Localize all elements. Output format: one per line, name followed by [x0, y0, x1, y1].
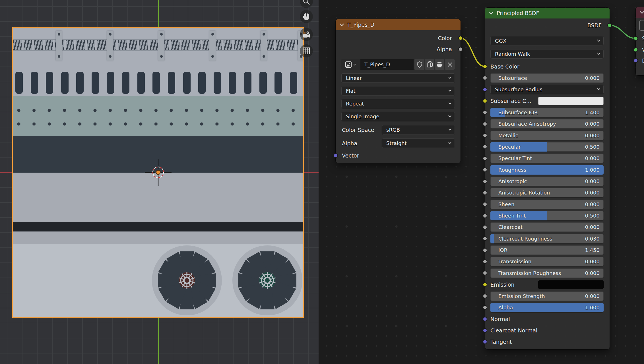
distribution-dropdown[interactable]: GGX: [490, 36, 604, 46]
socket-ior-input[interactable]: [483, 248, 487, 253]
alpha-mode-dropdown[interactable]: Straight: [382, 138, 455, 148]
socket-normal-input[interactable]: [483, 317, 487, 321]
ior-slider[interactable]: IOR1.450: [490, 245, 604, 255]
subsurface-radius-dropdown[interactable]: Subsurface Radius: [490, 85, 604, 94]
texture-green-band: [13, 96, 303, 136]
socket-sheen-tint-input[interactable]: [483, 214, 487, 218]
extension-dropdown[interactable]: Repeat: [341, 99, 455, 108]
socket-emission-strength-input[interactable]: [483, 294, 487, 298]
subsurface-ior-slider[interactable]: Subsurface IOR1.400: [490, 108, 604, 117]
socket-subsurface-radius-input[interactable]: [483, 87, 487, 92]
socket-anisotropic-input[interactable]: [483, 179, 487, 184]
socket-vector-input[interactable]: [333, 153, 338, 158]
anisotropic-slider[interactable]: Anisotropic0.000: [490, 177, 604, 186]
socket-alpha-input[interactable]: [483, 305, 487, 310]
gizmo-camera-button[interactable]: [300, 28, 313, 41]
socket-anisotropic-rotation-input[interactable]: [483, 191, 487, 195]
sheen-slider[interactable]: Sheen0.000: [490, 200, 604, 209]
image-name-field[interactable]: T_Pipes_D: [360, 59, 414, 70]
specular-slider[interactable]: Specular0.500: [490, 142, 604, 152]
alpha-slider[interactable]: Alpha1.000: [490, 303, 604, 312]
chevron-down-icon: [448, 142, 452, 144]
chevron-down-icon[interactable]: [340, 23, 344, 26]
interpolation-dropdown[interactable]: Linear: [341, 73, 455, 83]
socket-emission-input[interactable]: [483, 282, 487, 287]
bsdf-node-header[interactable]: Principled BSDF: [485, 8, 610, 18]
slider-value: 0.000: [585, 222, 600, 232]
slider-value: 0.000: [585, 177, 600, 186]
gizmo-zoom-button[interactable]: [300, 0, 313, 8]
socket-clearcoat-input[interactable]: [483, 225, 487, 229]
principled-bsdf-node[interactable]: Principled BSDF BSDF GGX Random Walk Bas…: [485, 8, 610, 349]
socket-transmission-roughness-input[interactable]: [483, 271, 487, 275]
pack-image-button[interactable]: [435, 59, 444, 70]
color-space-dropdown[interactable]: sRGB: [382, 125, 455, 135]
material-output-node[interactable]: SurfaceVolumeDisplacement: [636, 7, 644, 75]
socket-subsurface-input[interactable]: [483, 76, 487, 80]
output-target-dropdown[interactable]: [639, 20, 644, 31]
source-dropdown[interactable]: Single Image: [341, 112, 455, 121]
gizmo-pan-button[interactable]: [300, 10, 313, 23]
chevron-down-icon[interactable]: [640, 11, 644, 14]
fake-user-button[interactable]: [414, 59, 424, 70]
transmission-slider[interactable]: Transmission0.000: [490, 257, 604, 266]
image-node-header[interactable]: T_Pipes_D: [336, 19, 461, 30]
gizmo-grid-button[interactable]: [300, 44, 313, 57]
viewport-3d[interactable]: [0, 0, 319, 364]
socket-clearcoat-roughness-input[interactable]: [483, 236, 487, 241]
texture-slat: [168, 72, 175, 94]
unlink-image-button[interactable]: [445, 59, 455, 70]
metallic-slider[interactable]: Metallic0.000: [490, 131, 604, 140]
image-browse-button[interactable]: [341, 59, 360, 70]
socket-displacement-input[interactable]: [633, 58, 638, 63]
slider-label: Clearcoat Roughness: [498, 234, 552, 243]
socket-subsurface-ior-input[interactable]: [483, 110, 487, 115]
shield-icon: [416, 61, 423, 68]
subsurface-anisotropy-slider[interactable]: Subsurface Anisotropy0.000: [490, 119, 604, 129]
socket-roughness-input[interactable]: [483, 167, 487, 172]
chevron-down-icon[interactable]: [489, 12, 494, 15]
specular-tint-slider[interactable]: Specular Tint0.000: [490, 154, 604, 163]
image-node-title: T_Pipes_D: [347, 22, 374, 28]
texture-slat: [76, 72, 84, 94]
duplicate-image-button[interactable]: [425, 59, 434, 70]
texture-fan-vent: [152, 245, 222, 315]
slider-value: 1.450: [585, 245, 600, 255]
slider-label: Anisotropic: [498, 177, 527, 186]
socket-color-output[interactable]: [458, 36, 463, 40]
socket-metallic-input[interactable]: [483, 133, 487, 138]
socket-clearcoat-normal-input[interactable]: [483, 328, 487, 333]
projection-dropdown[interactable]: Flat: [341, 86, 455, 96]
anisotropic-rotation-slider[interactable]: Anisotropic Rotation0.000: [490, 188, 604, 197]
socket-volume-input[interactable]: [633, 47, 638, 52]
socket-subsurface-c-input[interactable]: [483, 99, 487, 103]
subsurface-c-color-swatch[interactable]: [538, 97, 604, 105]
emission-color-swatch[interactable]: [538, 280, 604, 289]
socket-base-color-input[interactable]: [483, 64, 487, 69]
emission-strength-slider[interactable]: Emission Strength0.000: [490, 291, 604, 301]
subsurface-method-dropdown[interactable]: Random Walk: [490, 49, 604, 59]
chevron-down-icon: [448, 102, 452, 105]
socket-alpha-output[interactable]: [458, 47, 463, 51]
roughness-slider[interactable]: Roughness1.000: [490, 165, 604, 175]
clearcoat-slider[interactable]: Clearcoat0.000: [490, 222, 604, 232]
image-texture-node[interactable]: T_Pipes_D Color Alpha T_Pipes_D: [336, 19, 461, 163]
texture-black-stripe: [13, 222, 303, 231]
socket-specular-tint-input[interactable]: [483, 156, 487, 161]
slider-label: Anisotropic Rotation: [498, 188, 550, 197]
subsurface-slider[interactable]: Subsurface0.000: [490, 73, 604, 83]
clearcoat-roughness-slider[interactable]: Clearcoat Roughness0.030: [490, 234, 604, 243]
socket-transmission-input[interactable]: [483, 259, 487, 264]
transmission-roughness-slider[interactable]: Transmission Roughness0.000: [490, 268, 604, 278]
socket-specular-input[interactable]: [483, 144, 487, 149]
socket-subsurface-anisotropy-input[interactable]: [483, 122, 487, 126]
socket-tangent-input[interactable]: [483, 340, 487, 344]
normal-label: Normal: [490, 315, 510, 323]
socket-sheen-input[interactable]: [483, 202, 487, 206]
sheen-tint-slider[interactable]: Sheen Tint0.500: [490, 211, 604, 220]
output-node-header[interactable]: [636, 7, 644, 18]
socket-bsdf-output[interactable]: [607, 23, 612, 28]
texture-bolt-row: [13, 122, 303, 126]
shader-editor[interactable]: T_Pipes_D Color Alpha T_Pipes_D: [319, 0, 644, 364]
socket-surface-input[interactable]: [633, 36, 638, 41]
